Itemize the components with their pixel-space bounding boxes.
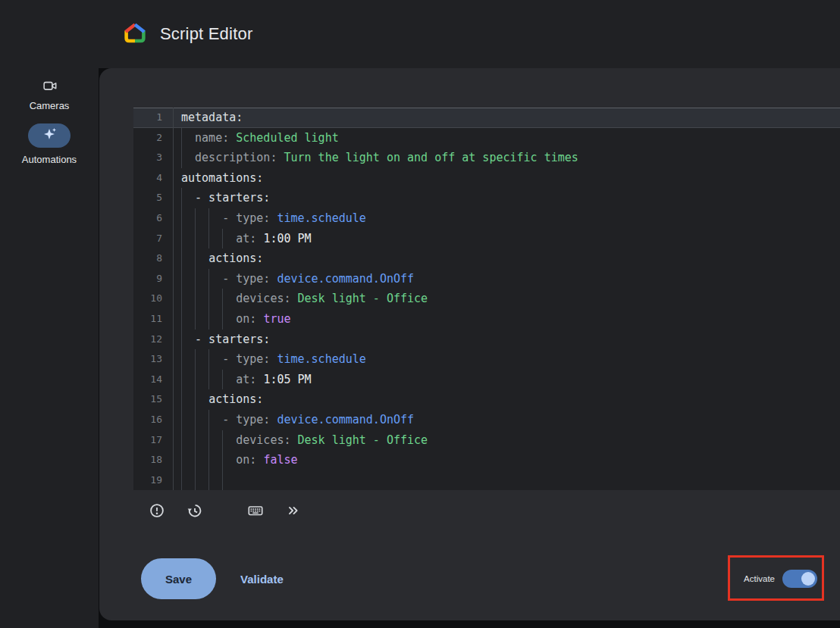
editor-line[interactable]: 19 [133,470,840,491]
editor-toolbar [143,497,840,524]
active-nav-pill [28,123,71,148]
more-tools-button[interactable] [280,497,307,524]
line-number: 15 [133,389,173,410]
line-number: 11 [133,309,173,330]
code-text: on: true [173,309,840,330]
indent-guides [181,128,195,148]
code-text: on: false [173,450,840,470]
editor-line[interactable]: 14 at: 1:05 PM [133,370,840,390]
line-number: 18 [133,450,173,470]
code-text: - type: time.schedule [173,349,840,370]
line-number: 1 [133,108,173,128]
editor-line[interactable]: 4automations: [133,168,840,189]
code-text: - type: device.command.OnOff [173,269,840,289]
code-text: at: 1:00 PM [173,229,840,249]
editor-line[interactable]: 9 - type: device.command.OnOff [133,269,840,289]
code-text: metadata: [173,108,840,128]
code-text: devices: Desk light - Office [173,430,840,451]
camera-icon [42,76,57,94]
editor-line[interactable]: 1metadata: [133,108,840,128]
code-text: - starters: [173,188,840,208]
editor-line[interactable]: 11 on: true [133,309,840,330]
editor-line[interactable]: 7 at: 1:00 PM [133,229,840,249]
activate-control: Activate [744,570,817,588]
indent-guides [181,289,236,309]
line-number: 10 [133,289,173,309]
automation-icon [42,127,57,145]
editor-line[interactable]: 17 devices: Desk light - Office [133,430,840,451]
toggle-knob [801,572,815,586]
editor-line[interactable]: 2 name: Scheduled light [133,128,840,148]
indent-guides [181,208,222,229]
indent-guides [181,430,236,451]
line-number: 8 [133,248,173,269]
indent-guides [181,470,236,491]
line-number: 12 [133,330,173,350]
code-editor[interactable]: 1metadata:2 name: Scheduled light3 descr… [133,108,840,490]
indent-guides [181,229,236,249]
indent-guides [181,370,236,390]
indent-guides [181,330,195,350]
editor-line[interactable]: 13 - type: time.schedule [133,349,840,370]
code-text: actions: [173,389,840,410]
line-number: 6 [133,208,173,229]
double-chevron-icon [285,502,302,519]
code-text: name: Scheduled light [173,128,840,148]
editor-line[interactable]: 15 actions: [133,389,840,410]
line-number: 17 [133,430,173,451]
line-number: 7 [133,229,173,249]
code-text [173,470,840,491]
code-text: actions: [173,248,840,269]
code-text: - type: device.command.OnOff [173,410,840,430]
line-number: 13 [133,349,173,370]
editor-footer: Save Validate Activate [141,558,817,599]
sidebar-item-label: Cameras [30,100,70,111]
editor-line[interactable]: 5 - starters: [133,188,840,208]
line-number: 5 [133,188,173,208]
google-home-logo [124,22,146,46]
sidebar-item-cameras[interactable]: Cameras [30,76,70,111]
editor-line[interactable]: 10 devices: Desk light - Office [133,289,840,309]
sidebar-item-label: Automations [22,154,77,165]
editor-line[interactable]: 12 - starters: [133,330,840,350]
code-text: - type: time.schedule [173,208,840,229]
validate-button[interactable]: Validate [240,573,284,586]
code-text: at: 1:05 PM [173,370,840,390]
activate-label: Activate [744,574,775,583]
code-text: devices: Desk light - Office [173,289,840,309]
line-number: 4 [133,168,173,189]
indent-guides [181,188,195,208]
indent-guides [181,148,195,168]
activate-toggle[interactable] [782,570,817,588]
indent-guides [181,410,222,430]
problems-button[interactable] [143,497,171,524]
history-button[interactable] [181,497,208,524]
indent-guides [181,248,208,269]
line-number: 16 [133,410,173,430]
sidebar: Cameras Automations [0,68,99,628]
save-button[interactable]: Save [141,558,216,599]
code-text: automations: [173,168,840,189]
code-text: description: Turn the light on and off a… [173,148,840,168]
line-number: 9 [133,269,173,289]
code-text: - starters: [173,330,840,350]
app-header: Script Editor [0,0,840,68]
keyboard-button[interactable] [242,497,269,524]
line-number: 2 [133,128,173,148]
line-number: 14 [133,370,173,390]
page-title: Script Editor [160,24,252,44]
indent-guides [181,309,236,330]
editor-line[interactable]: 18 on: false [133,450,840,470]
editor-line[interactable]: 8 actions: [133,248,840,269]
editor-line[interactable]: 3 description: Turn the light on and off… [133,148,840,168]
history-icon [186,502,203,519]
editor-line[interactable]: 6 - type: time.schedule [133,208,840,229]
code-lines: 1metadata:2 name: Scheduled light3 descr… [133,108,840,490]
indent-guides [181,389,208,410]
line-number: 3 [133,148,173,168]
indent-guides [181,349,222,370]
indent-guides [181,450,236,470]
editor-line[interactable]: 16 - type: device.command.OnOff [133,410,840,430]
sidebar-item-automations[interactable]: Automations [22,123,77,165]
keyboard-icon [247,502,264,519]
